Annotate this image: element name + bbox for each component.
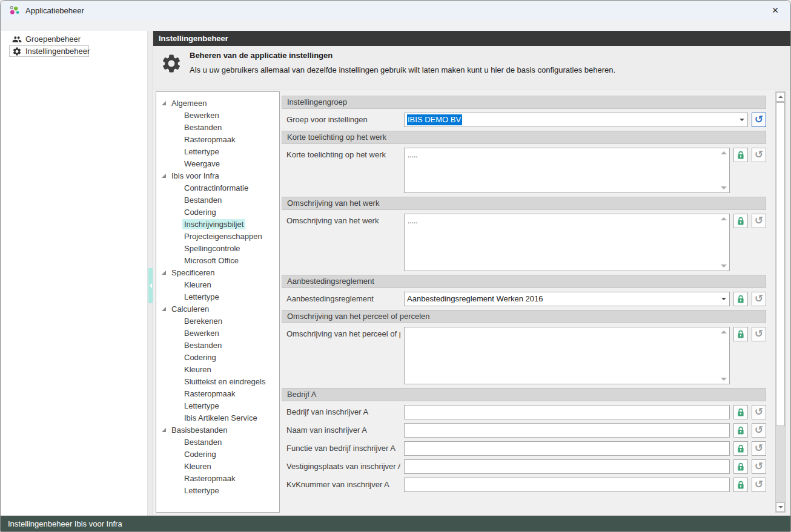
vestigingsplaats-van-inschrijver-a-input[interactable] [404,459,730,474]
tree-item-lettertype[interactable]: Lettertype [156,484,279,496]
tree-expander-icon[interactable] [162,428,166,432]
tree-item-projecteigenschappen[interactable]: Projecteigenschappen [156,230,279,242]
tree-item-bestanden[interactable]: Bestanden [156,121,279,133]
tree-expander-icon[interactable] [162,307,166,311]
tree-item-rasteropmaak[interactable]: Rasteropmaak [156,133,279,145]
tree-item-kleuren[interactable]: Kleuren [156,460,279,472]
tree-item-rasteropmaak[interactable]: Rasteropmaak [156,472,279,484]
close-button[interactable]: × [766,2,784,18]
omschrijving-van-het-perceel-of-p-textarea[interactable] [404,327,730,384]
tree-item-ibis-voor-infra[interactable]: Ibis voor Infra [156,169,279,182]
lock-button[interactable] [733,441,748,456]
tree-item-bestanden[interactable]: Bestanden [156,194,279,206]
reset-button[interactable]: ↺ [752,478,766,492]
groep-voor-instellingen-combobox[interactable]: IBIS DEMO BV [404,113,748,127]
sidebar-item-instellingenbeheer[interactable]: Instellingenbeheer [9,45,89,57]
lock-button[interactable] [733,459,748,474]
tree-item-lettertype[interactable]: Lettertype [156,145,279,157]
kvknummer-van-inschrijver-a-input[interactable] [404,478,730,492]
tree-item-specificeren[interactable]: Specificeren [156,266,279,278]
tree-item-label: Contractinformatie [182,183,250,193]
korte-toelichting-op-het-werk-textarea[interactable]: ..... [404,148,730,193]
lock-button[interactable] [733,292,748,306]
sidebar-item-label: Groepenbeheer [25,34,81,44]
field-label: KvKnummer van inschrijver A [282,478,400,489]
scroll-down-icon[interactable] [721,378,727,381]
tree-item-label: Bestanden [182,437,223,447]
tree-item-calculeren[interactable]: Calculeren [156,303,279,315]
combobox-dropdown-button[interactable] [718,292,729,306]
tree-item-berekenen[interactable]: Berekenen [156,315,279,327]
lock-button[interactable] [733,423,748,438]
scroll-up-icon[interactable] [721,151,727,154]
tree-item-codering[interactable]: Codering [156,206,279,218]
reset-button[interactable]: ↺ [752,148,766,162]
tree-item-codering[interactable]: Codering [156,448,279,460]
tree-item-contractinformatie[interactable]: Contractinformatie [156,182,279,194]
reset-button[interactable]: ↺ [752,113,766,127]
tree-item-bewerken[interactable]: Bewerken [156,109,279,121]
scroll-down-icon[interactable] [721,264,727,268]
tree-item-bestanden[interactable]: Bestanden [156,339,279,351]
tree-item-kleuren[interactable]: Kleuren [156,278,279,291]
statusbar: Instellingenbeheer Ibis voor Infra [1,516,790,531]
tree-item-label: Inschrijvingsbiljet [182,219,245,229]
tree-item-kleuren[interactable]: Kleuren [156,363,279,375]
lock-button[interactable] [733,148,748,162]
tree-expander-icon[interactable] [162,101,166,105]
section-header: Korte toelichting op het werk [282,131,766,144]
omschrijving-van-het-werk-textarea[interactable]: ..... [404,214,730,271]
scrollbar-down-button[interactable] [776,502,785,512]
tree-item-lettertype[interactable]: Lettertype [156,291,279,303]
form-section-instellingengroep: InstellingengroepGroep voor instellingen… [282,96,766,127]
reset-button[interactable]: ↺ [752,405,766,419]
tree-item-label: Codering [182,352,218,363]
tree-item-ibis-artikelen-service[interactable]: Ibis Artikelen Service [156,412,279,424]
section-header: Bedrijf A [282,388,766,401]
field-label: Omschrijving van het werk [282,214,400,225]
functie-van-bedrijf-inschrijver-a-input[interactable] [404,441,730,456]
tree-item-spellingcontrole[interactable]: Spellingcontrole [156,242,279,254]
aanbestedingsreglement-combobox[interactable]: Aanbestedingsreglement Werken 2016 [404,292,730,306]
scrollbar-up-button[interactable] [776,92,785,102]
tree-expander-icon[interactable] [162,174,166,178]
splitter[interactable] [148,31,153,516]
tree-item-lettertype[interactable]: Lettertype [156,399,279,412]
bedrijf-van-inschrijver-a-input[interactable] [404,405,730,419]
scroll-up-icon[interactable] [721,330,727,333]
settings-tree: AlgemeenBewerkenBestandenRasteropmaakLet… [156,91,280,513]
tree-item-bewerken[interactable]: Bewerken [156,327,279,339]
tree-item-label: Rasteropmaak [182,134,237,145]
reset-button[interactable]: ↺ [752,214,766,228]
tree-item-rasteropmaak[interactable]: Rasteropmaak [156,387,279,399]
statusbar-text: Instellingenbeheer Ibis voor Infra [8,519,122,528]
tree-item-microsoft-office[interactable]: Microsoft Office [156,254,279,266]
lock-button[interactable] [733,478,748,492]
lock-button[interactable] [733,405,748,419]
scroll-up-icon[interactable] [721,217,727,220]
tree-item-sluittekst-en-eindregels[interactable]: Sluittekst en eindregels [156,375,279,387]
splitter-grip[interactable] [148,268,153,303]
lock-button[interactable] [733,327,748,341]
scroll-down-icon [778,506,783,508]
tree-item-basisbestanden[interactable]: Basisbestanden [156,424,279,436]
chevron-down-icon [721,298,726,300]
form-scrollbar[interactable] [775,91,786,513]
reset-button[interactable]: ↺ [752,441,766,456]
reset-button[interactable]: ↺ [752,327,766,341]
tree-expander-icon[interactable] [162,271,166,275]
tree-item-inschrijvingsbiljet[interactable]: Inschrijvingsbiljet [156,218,279,230]
naam-van-inschrijver-a-input[interactable] [404,423,730,438]
reset-button[interactable]: ↺ [752,292,766,306]
scrollbar-thumb[interactable] [776,102,785,426]
reset-button[interactable]: ↺ [752,423,766,438]
reset-button[interactable]: ↺ [752,459,766,474]
combobox-dropdown-button[interactable] [736,113,747,126]
lock-button[interactable] [733,214,748,228]
tree-item-weergave[interactable]: Weergave [156,157,279,169]
sidebar-item-groepenbeheer[interactable]: Groepenbeheer [9,33,89,45]
tree-item-bestanden[interactable]: Bestanden [156,436,279,448]
tree-item-codering[interactable]: Codering [156,351,279,363]
scroll-down-icon[interactable] [721,186,727,189]
tree-item-algemeen[interactable]: Algemeen [156,97,279,109]
